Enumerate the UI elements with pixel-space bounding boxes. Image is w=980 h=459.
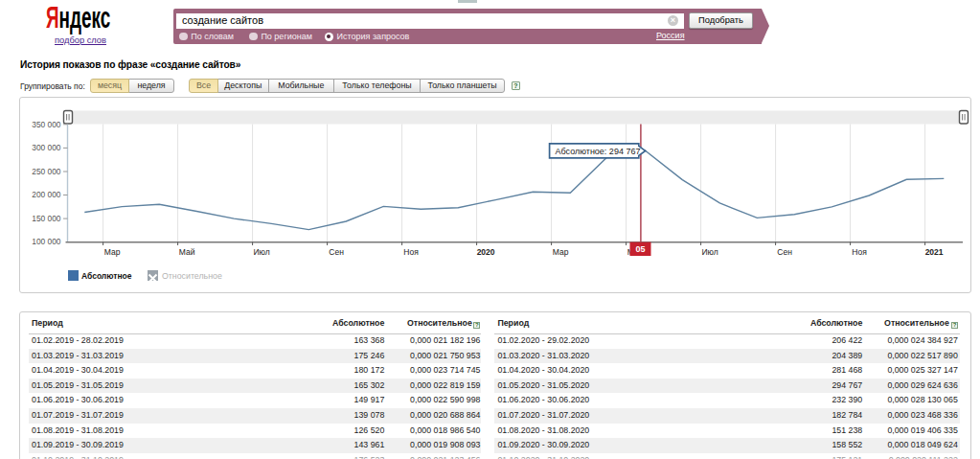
svg-text:2020: 2020 [477,247,495,257]
svg-text:05: 05 [635,244,645,254]
svg-text:250 000: 250 000 [32,167,61,176]
svg-text:300 000: 300 000 [32,143,61,152]
svg-text:Мар: Мар [553,247,569,257]
svg-text:350 000: 350 000 [32,120,61,129]
svg-text:100 000: 100 000 [32,237,61,246]
svg-text:Ноя: Ноя [403,247,419,257]
svg-text:Июл: Июл [253,247,269,257]
svg-text:Мар: Мар [104,247,121,257]
svg-text:Сен: Сен [777,247,792,257]
svg-text:Июл: Июл [701,247,718,257]
svg-text:Май: Май [179,247,195,257]
svg-text:Сен: Сен [329,247,344,257]
svg-text:150 000: 150 000 [32,214,61,223]
svg-text:Ноя: Ноя [852,247,867,257]
svg-text:Абсолютное: 294 767: Абсолютное: 294 767 [556,147,641,156]
svg-text:200 000: 200 000 [32,190,61,199]
svg-text:2021: 2021 [925,247,944,257]
